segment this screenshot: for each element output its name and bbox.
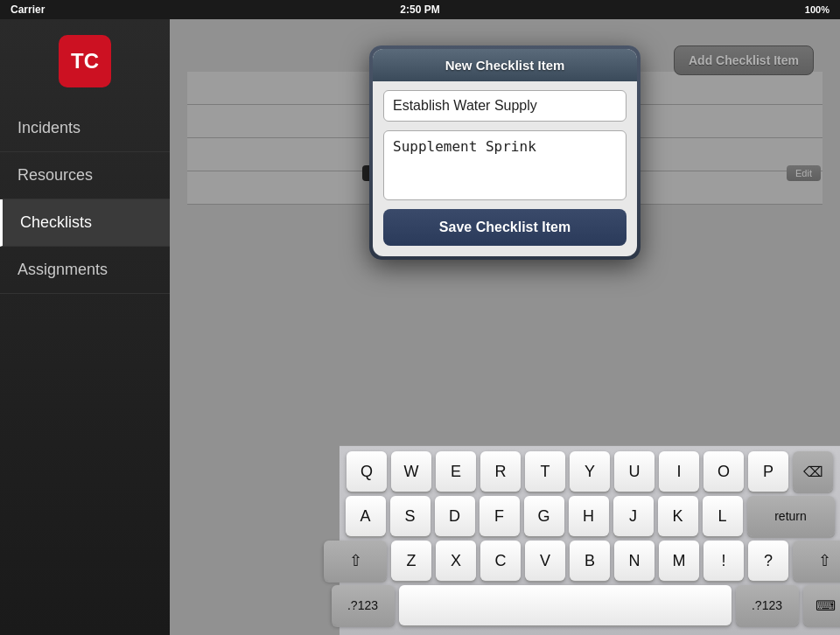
key-h[interactable]: H	[569, 496, 609, 536]
key-n[interactable]: N	[614, 541, 654, 581]
time-label: 2:50 PM	[400, 3, 439, 16]
key-i[interactable]: I	[659, 451, 699, 492]
key-q[interactable]: Q	[346, 451, 387, 492]
key-w[interactable]: W	[391, 451, 431, 492]
key-e[interactable]: E	[436, 451, 476, 492]
keyboard-row-2: A S D F G H J K L return	[343, 496, 836, 536]
modal-dialog: New Checklist Item Establish Water Suppl…	[369, 45, 640, 260]
key-c[interactable]: C	[480, 541, 521, 581]
modal-title: New Checklist Item	[373, 49, 637, 81]
sidebar-item-incidents[interactable]: Incidents	[0, 105, 170, 152]
modal-inner: New Checklist Item Establish Water Suppl…	[373, 49, 637, 256]
key-y[interactable]: Y	[570, 451, 610, 492]
sidebar-item-checklists[interactable]: Checklists	[0, 199, 170, 247]
sidebar: TC Incidents Resources Checklists Assign…	[0, 19, 170, 635]
sidebar-item-assignments[interactable]: Assignments	[0, 247, 170, 294]
key-t[interactable]: T	[525, 451, 565, 492]
checklist-input-field[interactable]: Supplement Sprink	[383, 130, 626, 200]
keyboard-row-4: .?123 .?123 ⌨	[343, 585, 836, 625]
key-question[interactable]: ?	[748, 541, 788, 581]
shift-right-key[interactable]: ⇧	[793, 541, 840, 581]
save-checklist-button[interactable]: Save Checklist Item	[383, 209, 626, 246]
key-b[interactable]: B	[570, 541, 610, 581]
keyboard: Q W E R T Y U I O P ⌫ A S D F G H J	[340, 445, 840, 635]
key-a[interactable]: A	[346, 496, 386, 536]
key-x[interactable]: X	[436, 541, 476, 581]
key-g[interactable]: G	[524, 496, 564, 536]
checklist-title-field[interactable]: Establish Water Supply	[383, 90, 626, 122]
key-k[interactable]: K	[658, 496, 698, 536]
key-s[interactable]: S	[390, 496, 430, 536]
key-z[interactable]: Z	[391, 541, 431, 581]
backspace-key[interactable]: ⌫	[793, 451, 833, 492]
key-u[interactable]: U	[614, 451, 654, 492]
keyboard-hide-key[interactable]: ⌨	[803, 585, 841, 625]
app-logo: TC	[59, 35, 111, 87]
key-r[interactable]: R	[480, 451, 521, 492]
key-p[interactable]: P	[748, 451, 788, 492]
key-l[interactable]: L	[703, 496, 743, 536]
return-key[interactable]: return	[747, 496, 835, 536]
app-container: TC Incidents Resources Checklists Assign…	[0, 19, 840, 635]
keyboard-row-3: ⇧ Z X C V B N M ! ? ⇧	[343, 541, 836, 581]
battery-label: 100%	[805, 4, 830, 15]
key-m[interactable]: M	[659, 541, 699, 581]
key-d[interactable]: D	[435, 496, 475, 536]
key-o[interactable]: O	[704, 451, 744, 492]
carrier-label: Carrier	[10, 3, 45, 16]
status-bar: Carrier 2:50 PM 100%	[0, 0, 840, 19]
shift-key[interactable]: ⇧	[324, 541, 387, 581]
numbers-key-left[interactable]: .?123	[332, 585, 395, 625]
main-content: Add Checklist Item black Edit New Checkl…	[170, 19, 840, 635]
sidebar-item-resources[interactable]: Resources	[0, 152, 170, 199]
key-j[interactable]: J	[613, 496, 654, 536]
key-exclaim[interactable]: !	[704, 541, 744, 581]
key-v[interactable]: V	[525, 541, 565, 581]
numbers-key-right[interactable]: .?123	[736, 585, 799, 625]
space-key[interactable]	[399, 585, 732, 625]
keyboard-row-1: Q W E R T Y U I O P ⌫	[343, 451, 836, 492]
key-f[interactable]: F	[480, 496, 520, 536]
